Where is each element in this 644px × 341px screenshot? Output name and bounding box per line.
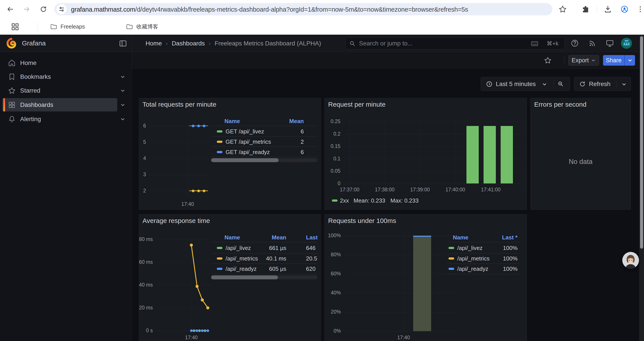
sidebar-item-bookmarks[interactable]: Bookmarks <box>2 70 117 83</box>
page-scrollbar-thumb[interactable] <box>640 36 643 249</box>
panel-request-per-minute: Request per minute 0.25 0.2 0.15 0.1 0.0… <box>324 98 527 210</box>
gridline <box>345 255 457 255</box>
time-range-picker[interactable]: Last 5 minutes <box>481 77 570 91</box>
gridline <box>345 122 524 122</box>
table-row-label[interactable]: /api/_livez <box>226 245 251 251</box>
series-pill-blue <box>448 268 454 270</box>
table-row-last: 100% <box>482 265 518 272</box>
bookmark-star-icon[interactable] <box>558 5 567 14</box>
y-tick: 0.25 <box>325 119 340 124</box>
y-tick: 6 <box>139 123 146 129</box>
panel-title[interactable]: Request per minute <box>328 101 386 108</box>
legend-scrollbar[interactable] <box>211 158 318 162</box>
refresh-interval-chevron-icon[interactable] <box>622 82 627 87</box>
data-point <box>197 190 200 192</box>
url-text[interactable]: grafana.mathmast.com/d/deytv4rwavabkb/fr… <box>71 6 544 13</box>
x-tick: 17:40:00 <box>438 187 473 193</box>
kiosk-monitor-icon[interactable] <box>606 39 614 48</box>
bookmark-folder-blogs[interactable]: 收藏博客 <box>123 22 161 31</box>
export-button[interactable]: Export <box>568 55 599 66</box>
sidebar-item-starred[interactable]: Starred <box>2 84 117 97</box>
sidebar-item-label: Dashboards <box>20 101 53 108</box>
series-pill-blue <box>217 151 222 153</box>
help-icon[interactable] <box>570 39 579 48</box>
news-rss-icon[interactable] <box>588 39 597 48</box>
table-row-label[interactable]: /api/_metrics <box>226 255 258 262</box>
downloads-icon[interactable] <box>604 5 612 14</box>
legend-mean: Mean: 0.233 <box>354 197 385 204</box>
user-avatar[interactable] <box>621 38 632 49</box>
chevron-down-icon[interactable] <box>120 88 126 93</box>
bar-100pct <box>413 237 431 331</box>
browser-forward-icon[interactable] <box>23 5 31 13</box>
sidebar-toggle-icon[interactable] <box>119 40 127 47</box>
site-info-icon[interactable] <box>56 4 67 14</box>
gridline <box>345 134 524 134</box>
sidebar-item-label: Bookmarks <box>20 73 51 80</box>
chevron-down-icon[interactable] <box>120 74 126 80</box>
breadcrumb-home[interactable]: Home <box>146 40 162 47</box>
chevron-down-icon[interactable] <box>120 102 126 108</box>
sidebar-item-home[interactable]: Home <box>2 56 117 70</box>
panel-title[interactable]: Errors per second <box>534 101 586 108</box>
y-tick: 3 <box>139 172 146 178</box>
share-button[interactable]: Share <box>603 55 635 66</box>
apps-grid-icon[interactable] <box>10 22 20 32</box>
table-mean-header[interactable]: Mean <box>257 234 286 241</box>
browser-menu-icon[interactable] <box>636 5 644 14</box>
legend-row-label[interactable]: GET /api/_livez <box>226 128 264 135</box>
table-row-mean: 661 µs <box>257 245 286 251</box>
legend-mean-header[interactable]: Mean <box>275 118 304 125</box>
profile-icon[interactable] <box>620 5 629 14</box>
sidebar-item-dashboards[interactable]: Dashboards <box>2 98 117 112</box>
favorite-star-icon[interactable] <box>544 56 552 64</box>
refresh-sync-icon <box>579 81 586 88</box>
table-row-label[interactable]: /api/_livez <box>457 245 483 251</box>
search-box[interactable]: ⌘+k <box>345 37 565 49</box>
y-tick: 20% <box>325 309 341 315</box>
time-range-label: Last 5 minutes <box>496 81 536 88</box>
breadcrumb-dashboards[interactable]: Dashboards <box>172 40 205 47</box>
y-tick: 80% <box>325 252 341 258</box>
x-tick: 17:40 <box>180 335 202 340</box>
share-menu-chevron-icon[interactable] <box>625 58 635 63</box>
browser-reload-icon[interactable] <box>40 5 47 13</box>
bookmark-folder-freeleaps[interactable]: Freeleaps <box>47 22 88 31</box>
legend-name-header[interactable]: Name <box>224 118 240 125</box>
assistant-avatar[interactable] <box>622 252 639 269</box>
chevron-down-icon[interactable] <box>120 117 126 122</box>
sidebar-item-alerting[interactable]: Alerting <box>2 112 117 126</box>
table-separator <box>448 274 520 274</box>
table-name-header[interactable]: Name <box>453 234 468 241</box>
y-tick: 0.15 <box>325 143 340 149</box>
table-row-label[interactable]: /api/_readyz <box>226 265 257 272</box>
panel-title[interactable]: Total requests per minute <box>142 101 216 108</box>
scrollbar-thumb[interactable] <box>211 275 278 279</box>
browser-back-icon[interactable] <box>6 5 14 13</box>
search-input[interactable] <box>359 40 508 47</box>
legend-row-label[interactable]: GET /api/_metrics <box>226 138 271 145</box>
legend-series-label[interactable]: 2xx <box>340 197 349 204</box>
grafana-logo[interactable] <box>6 38 16 49</box>
panel-title[interactable]: Requests under 100ms <box>328 217 396 224</box>
url-path: /d/deytv4rwavabkb/freeleaps-metrics-dash… <box>135 6 468 13</box>
table-last-header[interactable]: Last * <box>306 234 318 241</box>
series-pill-yellow <box>217 257 222 260</box>
x-tick: 17:37:00 <box>332 187 367 193</box>
gridline <box>345 171 524 171</box>
table-name-header[interactable]: Name <box>224 234 240 241</box>
address-bar[interactable]: grafana.mathmast.com/d/deytv4rwavabkb/fr… <box>54 3 552 15</box>
table-last-header[interactable]: Last * <box>482 234 518 241</box>
chevron-down-icon <box>591 58 596 63</box>
extensions-puzzle-icon[interactable] <box>581 5 589 14</box>
legend-row-label[interactable]: GET /api/_readyz <box>226 149 270 156</box>
sidebar-item-label: Starred <box>20 87 40 94</box>
zoom-out-icon[interactable] <box>557 81 564 88</box>
table-row-last: 100% <box>482 255 518 262</box>
refresh-button[interactable]: Refresh <box>574 77 631 91</box>
scrollbar-thumb[interactable] <box>211 158 278 162</box>
gridline <box>345 312 457 312</box>
legend-scrollbar[interactable] <box>211 275 318 279</box>
table-separator <box>211 263 318 264</box>
chevron-down-icon <box>542 82 547 87</box>
